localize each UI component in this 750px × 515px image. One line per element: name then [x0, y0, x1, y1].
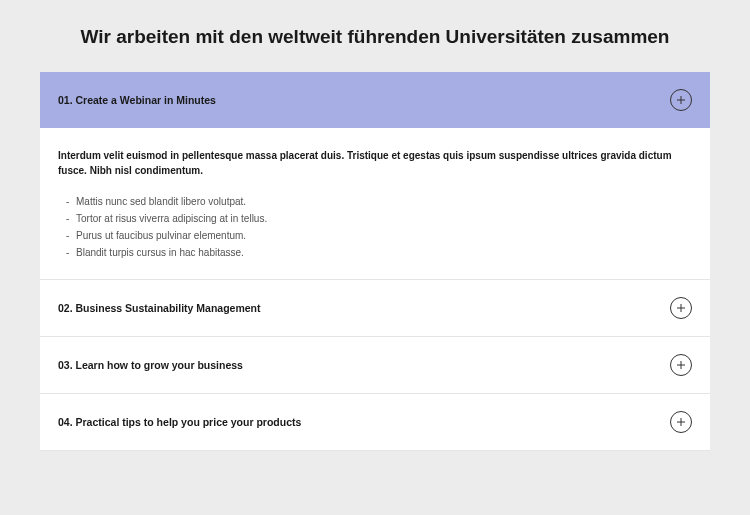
list-item: Mattis nunc sed blandit libero volutpat.: [66, 193, 692, 210]
accordion-item: 02. Business Sustainability Management: [40, 280, 710, 337]
accordion-item: 03. Learn how to grow your business: [40, 337, 710, 394]
page-title: Wir arbeiten mit den weltweit führenden …: [40, 24, 710, 50]
accordion-item: 04. Practical tips to help you price you…: [40, 394, 710, 451]
plus-icon: [670, 411, 692, 433]
accordion-item: 01. Create a Webinar in Minutes Interdum…: [40, 72, 710, 280]
accordion-label: 01. Create a Webinar in Minutes: [58, 94, 216, 106]
accordion-body: Interdum velit euismod in pellentesque m…: [40, 128, 710, 279]
accordion-header-03[interactable]: 03. Learn how to grow your business: [40, 337, 710, 393]
plus-icon: [670, 297, 692, 319]
accordion-header-01[interactable]: 01. Create a Webinar in Minutes: [40, 72, 710, 128]
list-item: Blandit turpis cursus in hac habitasse.: [66, 244, 692, 261]
accordion: 01. Create a Webinar in Minutes Interdum…: [40, 72, 710, 451]
plus-icon: [670, 89, 692, 111]
accordion-label: 03. Learn how to grow your business: [58, 359, 243, 371]
accordion-label: 04. Practical tips to help you price you…: [58, 416, 301, 428]
accordion-label: 02. Business Sustainability Management: [58, 302, 260, 314]
accordion-header-02[interactable]: 02. Business Sustainability Management: [40, 280, 710, 336]
list-item: Purus ut faucibus pulvinar elementum.: [66, 227, 692, 244]
list-item: Tortor at risus viverra adipiscing at in…: [66, 210, 692, 227]
plus-icon: [670, 354, 692, 376]
accordion-list: Mattis nunc sed blandit libero volutpat.…: [58, 193, 692, 261]
accordion-intro: Interdum velit euismod in pellentesque m…: [58, 148, 692, 179]
accordion-header-04[interactable]: 04. Practical tips to help you price you…: [40, 394, 710, 450]
